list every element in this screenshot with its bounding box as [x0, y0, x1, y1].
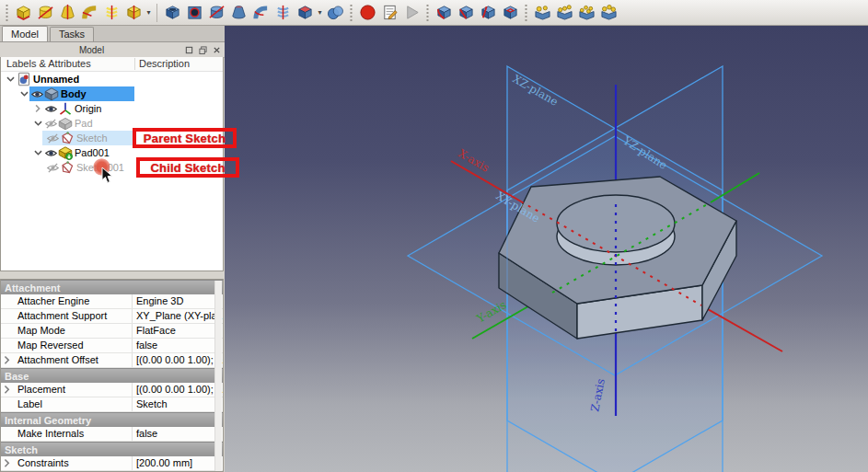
property-row-attachment-offset: Attachment Offset[(0.00 0.00 1.00); 0...	[1, 353, 223, 368]
multitransform-button[interactable]	[598, 2, 619, 23]
subtractive-helix-button[interactable]	[272, 2, 294, 23]
subtractive-pipe-button[interactable]	[250, 2, 272, 23]
chamfer-button[interactable]	[456, 2, 477, 23]
pad-button[interactable]	[13, 2, 34, 23]
subtractive-primitive-button[interactable]	[295, 2, 316, 23]
mirrored-button[interactable]	[532, 2, 553, 23]
revolution-icon	[37, 4, 54, 21]
property-label: Map Reversed	[14, 339, 133, 352]
hole-button[interactable]	[184, 2, 205, 23]
property-value[interactable]: [200.00 mm]	[133, 456, 223, 470]
expander-icon[interactable]	[1, 383, 14, 397]
fillet-button[interactable]	[434, 2, 455, 23]
tree-item-origin[interactable]: Origin	[1, 101, 223, 116]
panel-close-button[interactable]	[211, 44, 223, 55]
model-panel-titlebar: Model	[0, 42, 225, 58]
expander-icon[interactable]	[1, 456, 14, 470]
tree-item-label: Unnamed	[31, 74, 79, 85]
property-value[interactable]: [(0.00 0.00 1.00); 0...	[133, 383, 223, 397]
property-row-label: LabelSketch	[1, 397, 223, 412]
boolean-icon	[327, 4, 344, 21]
document-icon	[17, 74, 31, 86]
macro-edit-icon	[381, 4, 399, 21]
chevron-expanded-icon[interactable]	[32, 147, 44, 159]
origin-icon	[58, 103, 73, 115]
subtractive-loft-button[interactable]	[228, 2, 249, 23]
polar-pattern-button[interactable]	[576, 2, 597, 23]
groove-button[interactable]	[206, 2, 227, 23]
property-label: Label	[14, 397, 133, 411]
eye-off-icon[interactable]	[44, 118, 58, 130]
property-scrollbar[interactable]	[214, 281, 222, 472]
property-row-attachment-support: Attachment SupportXY_Plane (XY-pla...	[1, 309, 223, 324]
panel-title: Model	[0, 45, 183, 55]
expander-icon[interactable]	[1, 353, 14, 367]
property-value[interactable]: Sketch	[133, 397, 223, 411]
toolbar-grip[interactable]	[5, 4, 9, 22]
property-label: Attachment Offset	[14, 353, 133, 367]
tree-item-label: Pad	[73, 118, 93, 129]
toolbar-grip[interactable]	[425, 4, 430, 22]
property-value[interactable]: Engine 3D	[133, 294, 223, 308]
additive-loft-button[interactable]	[57, 2, 78, 23]
linear-pattern-button[interactable]	[554, 2, 575, 23]
eye-open-icon[interactable]	[30, 88, 44, 100]
tree-item-body[interactable]: Body	[1, 86, 223, 101]
additive-pipe-button[interactable]	[79, 2, 100, 23]
toolbar-separator	[156, 4, 157, 22]
property-value[interactable]: XY_Plane (XY-pla...	[133, 309, 223, 323]
chevron-expanded-icon[interactable]	[18, 88, 30, 100]
linear-pattern-icon	[556, 4, 573, 21]
additive-primitive-button[interactable]	[123, 2, 145, 23]
pad-icon	[15, 4, 32, 21]
eye-off-icon[interactable]	[46, 162, 60, 174]
property-row-placement: Placement[(0.00 0.00 1.00); 0...	[1, 383, 223, 397]
3d-viewport[interactable]: XZ-plane YZ-plane XY-plane X-axis Y-axis…	[225, 26, 868, 472]
property-row-map-reversed: Map Reversedfalse	[1, 339, 223, 353]
thickness-button[interactable]	[500, 2, 521, 23]
property-group-internal-geometry[interactable]: Internal Geometry	[1, 412, 223, 427]
body-icon	[44, 88, 59, 100]
panel-float-button[interactable]	[197, 44, 209, 55]
macro-record-button[interactable]	[357, 2, 378, 23]
toolbar-group-boolean	[324, 2, 346, 23]
toolbar-grip[interactable]	[349, 4, 353, 22]
pocket-button[interactable]	[162, 2, 183, 23]
macro-execute-button[interactable]	[401, 2, 422, 23]
additive-primitive-dropdown[interactable]: ▾	[145, 2, 153, 23]
tab-model[interactable]: Model	[2, 26, 48, 41]
property-group-attachment[interactable]: Attachment	[1, 280, 223, 294]
revolution-button[interactable]	[35, 2, 56, 23]
record-icon	[359, 4, 376, 21]
chevron-collapsed-icon[interactable]	[32, 103, 44, 115]
groove-icon	[208, 4, 226, 21]
property-group-base[interactable]: Base	[1, 368, 223, 383]
property-group-sketch[interactable]: Sketch	[1, 442, 223, 456]
property-value[interactable]: [(0.00 0.00 1.00); 0...	[133, 353, 223, 367]
eye-off-icon[interactable]	[46, 132, 60, 144]
tree-item-unnamed[interactable]: Unnamed	[1, 72, 223, 86]
tree-item-label: Pad001	[73, 147, 110, 158]
property-value[interactable]: false	[133, 339, 223, 352]
toolbar-group-macro	[356, 2, 422, 23]
property-value[interactable]: FlatFace	[133, 324, 223, 338]
panel-splitter[interactable]	[0, 271, 225, 279]
eye-open-icon[interactable]	[44, 103, 58, 115]
eye-open-icon[interactable]	[44, 147, 58, 159]
expander-spacer	[1, 339, 14, 352]
pad-tip-icon	[58, 147, 73, 159]
macro-edit-button[interactable]	[379, 2, 400, 23]
chevron-expanded-icon[interactable]	[5, 74, 17, 86]
additive-helix-button[interactable]	[101, 2, 122, 23]
toolbar-grip[interactable]	[524, 4, 528, 22]
annotation-child-sketch-text: Child Sketch	[150, 161, 225, 175]
draft-button[interactable]	[478, 2, 499, 23]
panel-dock-button[interactable]	[183, 44, 195, 55]
subtractive-pipe-icon	[252, 4, 270, 21]
subtractive-primitive-dropdown[interactable]: ▾	[316, 2, 324, 23]
property-label: Constraints	[14, 456, 133, 470]
property-value[interactable]: false	[133, 427, 223, 441]
chevron-expanded-icon[interactable]	[32, 118, 44, 130]
tab-tasks[interactable]: Tasks	[50, 27, 94, 41]
boolean-button[interactable]	[325, 2, 346, 23]
